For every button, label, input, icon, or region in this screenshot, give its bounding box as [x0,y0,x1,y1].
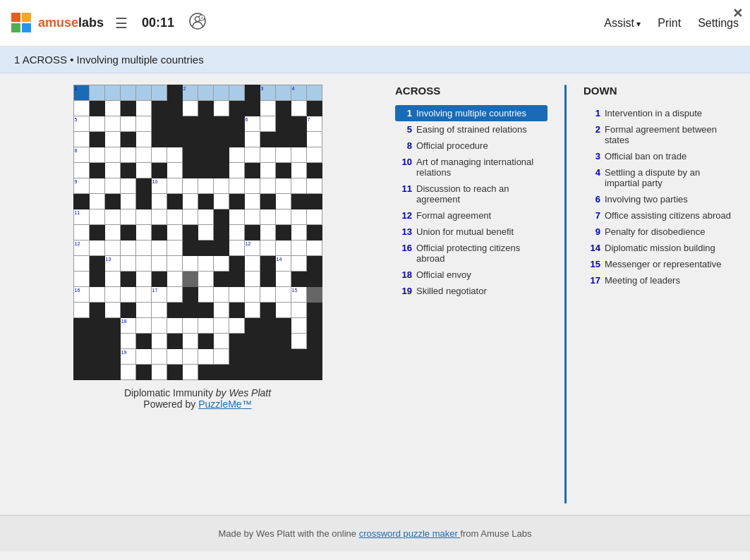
cell-r13c14[interactable] [275,272,291,287]
cell-r7c8[interactable] [182,178,198,194]
cell-r11c4[interactable] [120,241,135,256]
cell-r10c7[interactable] [167,225,182,241]
puzzleme-link[interactable]: PuzzleMe™ [198,398,251,410]
cell-r11c12[interactable]: 12 [244,241,260,256]
across-clue-item[interactable]: 12Formal agreement [395,207,548,224]
cell-r1c6[interactable] [151,85,167,101]
cell-r17c4[interactable] [120,334,135,349]
cell-r9c5[interactable] [135,209,151,225]
across-clue-item[interactable]: 13Union for mutual benefit [395,224,548,240]
cell-r12c10[interactable] [213,256,229,272]
cell-r15c14[interactable] [275,303,291,318]
cell-r14c14[interactable] [275,287,291,303]
cell-r9c1[interactable]: 11 [73,209,89,225]
cell-r1c5[interactable] [135,85,151,101]
across-clue-item[interactable]: 10Art of managing international relation… [395,154,548,181]
cell-r6c11[interactable] [229,163,244,178]
cell-r5c16[interactable] [306,147,322,163]
cell-r15c5[interactable] [135,303,151,318]
cell-r11c6[interactable] [151,241,167,256]
cell-r5c5[interactable] [135,147,151,163]
cell-r7c15[interactable] [291,178,306,194]
cell-r11c7[interactable] [167,241,182,256]
cell-r2c3[interactable] [104,101,120,116]
cell-r9c8[interactable] [182,209,198,225]
down-clue-item[interactable]: 14Diplomatic mission building [583,240,736,256]
cell-r8c6[interactable] [151,194,167,209]
across-clue-item[interactable]: 16Official protecting citizens abroad [395,240,548,267]
cell-r14c12[interactable] [244,287,260,303]
cell-r5c4[interactable] [120,147,135,163]
cell-r8c8[interactable] [182,194,198,209]
cell-r9c13[interactable] [260,209,275,225]
cell-r3c13[interactable] [260,116,275,132]
cell-r9c11[interactable] [229,209,244,225]
cell-r14c15[interactable]: 15 [291,287,306,303]
cell-r18c6[interactable] [151,349,167,365]
cell-r6c7[interactable] [167,163,182,178]
cell-r8c4[interactable] [120,194,135,209]
cell-r1c16[interactable] [306,85,322,101]
down-clue-item[interactable]: 17Meeting of leaders [583,272,736,288]
cell-r14c2[interactable] [89,287,104,303]
cell-r10c9[interactable] [198,225,213,241]
cell-r7c6[interactable]: 10 [151,178,167,194]
cell-r4c3[interactable] [104,132,120,147]
cell-r4c12[interactable] [244,132,260,147]
cell-r3c1[interactable]: 5 [73,116,89,132]
cell-r2c5[interactable] [135,101,151,116]
cell-r1c10[interactable] [213,85,229,101]
cell-r7c10[interactable] [213,178,229,194]
cell-r3c3[interactable] [104,116,120,132]
across-clue-item[interactable]: 1Involving multiple countries [395,105,548,121]
cell-r16c15[interactable] [291,318,306,334]
cell-r14c1[interactable]: 16 [73,287,89,303]
cell-r14c7[interactable] [167,287,182,303]
cell-r3c12[interactable]: 6 [244,116,260,132]
cell-r17c6[interactable] [151,334,167,349]
cell-r12c14[interactable]: 14 [275,256,291,272]
across-clue-item[interactable]: 8Official procedure [395,138,548,154]
cell-r12c8[interactable] [182,256,198,272]
down-clue-item[interactable]: 9Penalty for disobedience [583,224,736,240]
cell-r19c4[interactable] [120,365,135,380]
cell-r16c7[interactable] [167,318,182,334]
cell-r4c16[interactable] [306,132,322,147]
down-clue-item[interactable]: 1Intervention in a dispute [583,105,736,121]
cell-r9c6[interactable] [151,209,167,225]
cell-r5c7[interactable] [167,147,182,163]
cell-r9c16[interactable] [306,209,322,225]
cell-r19c6[interactable] [151,365,167,380]
cell-r1c8[interactable]: 2 [182,85,198,101]
cell-r9c12[interactable] [244,209,260,225]
cell-r9c9[interactable] [198,209,213,225]
cell-r16c8[interactable] [182,318,198,334]
cell-r12c3[interactable]: 13 [104,256,120,272]
cell-r9c3[interactable] [104,209,120,225]
cell-r14c6[interactable]: 17 [151,287,167,303]
cell-r5c3[interactable] [104,147,120,163]
cell-r5c2[interactable] [89,147,104,163]
across-clue-item[interactable]: 19Skilled negotiator [395,283,548,299]
cell-r6c5[interactable] [135,163,151,178]
cell-r15c15[interactable] [291,303,306,318]
across-clue-item[interactable]: 18Official envoy [395,267,548,283]
cell-r11c2[interactable] [89,241,104,256]
cell-r17c15[interactable] [291,334,306,349]
cell-r10c3[interactable] [104,225,120,241]
cell-r15c1[interactable] [73,303,89,318]
across-clue-item[interactable]: 11Discussion to reach an agreement [395,181,548,207]
cell-r7c4[interactable] [120,178,135,194]
cell-r1c15[interactable]: 4 [291,85,306,101]
cell-r18c4[interactable]: 19 [120,349,135,365]
print-button[interactable]: Print [658,17,681,30]
cell-r12c1[interactable] [73,256,89,272]
user-icon[interactable]: + [188,12,207,35]
down-clue-item[interactable]: 6Involving two parties [583,191,736,207]
cell-r1c1[interactable]: 1 [73,85,89,101]
cell-r6c1[interactable] [73,163,89,178]
cell-r14c4[interactable] [120,287,135,303]
cell-r17c10[interactable] [213,334,229,349]
cell-r14c5[interactable] [135,287,151,303]
cell-r13c7[interactable] [167,272,182,287]
